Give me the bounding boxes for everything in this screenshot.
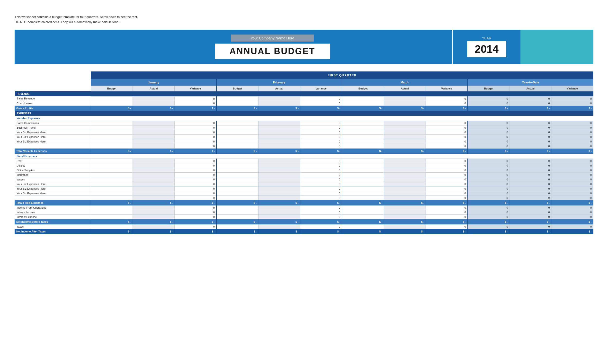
mar-cos-variance: 0 bbox=[426, 101, 468, 105]
mar-sr-budget[interactable] bbox=[342, 96, 384, 101]
fixed-expenses-header: Fixed Expenses bbox=[15, 154, 594, 158]
mar-nibt-budget: $ - bbox=[342, 219, 384, 224]
feb-tfe-actual: $ - bbox=[258, 200, 300, 205]
mar-niat-actual: $ - bbox=[384, 229, 426, 234]
ytd-cos-actual: 0 bbox=[509, 101, 551, 105]
jan-budget-header: Budget bbox=[91, 86, 133, 91]
mar-gp-variance: $ - bbox=[426, 105, 468, 111]
ytd-gp-actual: $ - bbox=[509, 105, 551, 111]
mar-header: March bbox=[342, 79, 467, 86]
jan-tfe-budget: $ - bbox=[91, 200, 133, 205]
taxes-row: Taxes 0 0 0 0 0 0 bbox=[15, 224, 594, 229]
jan-sc-budget[interactable] bbox=[91, 121, 133, 125]
var-biz-1-label[interactable]: Your Biz Expenses Here bbox=[15, 130, 91, 134]
jan-sr-budget[interactable] bbox=[91, 96, 133, 101]
var-biz-3-label[interactable]: Your Biz Expenses Here bbox=[15, 139, 91, 144]
feb-sr-budget[interactable] bbox=[217, 96, 258, 101]
ytd-budget-header: Budget bbox=[468, 86, 509, 91]
feb-cos-variance: 0 bbox=[300, 101, 342, 105]
office-supplies-label: Office Supplies bbox=[15, 168, 91, 172]
total-fixed-row: Total Fixed Expenses $ - $ - $ - $ - $ -… bbox=[15, 200, 594, 205]
mar-cos-budget[interactable] bbox=[342, 101, 384, 105]
feb-budget-header: Budget bbox=[217, 86, 258, 91]
company-name[interactable]: Your Company Name Here bbox=[231, 35, 314, 42]
feb-nibt-actual: $ - bbox=[258, 219, 300, 224]
ytd-gp-variance: $ - bbox=[551, 105, 593, 111]
jan-cos-variance: 0 bbox=[175, 101, 217, 105]
mar-sc-budget[interactable] bbox=[342, 121, 384, 125]
interest-income-row: Interest Income 0 0 0 0 0 0 bbox=[15, 210, 594, 214]
feb-gp-actual: $ - bbox=[258, 105, 300, 111]
mar-bt-budget[interactable] bbox=[342, 125, 384, 130]
ytd-tve-variance: $ - bbox=[551, 148, 593, 154]
feb-niat-budget: $ - bbox=[217, 229, 258, 234]
annual-budget-title: ANNUAL BUDGET bbox=[215, 43, 330, 59]
mar-tve-variance: $ - bbox=[426, 148, 468, 154]
ytd-sc-variance: 0 bbox=[551, 121, 593, 125]
ytd-sr-actual: 0 bbox=[509, 96, 551, 101]
jan-tve-variance: $ - bbox=[175, 148, 217, 154]
cost-of-sales-label: Cost of sales bbox=[15, 101, 91, 105]
variable-label: Variable Expenses bbox=[15, 116, 594, 121]
var-biz-2-label[interactable]: Your Biz Expenses Here bbox=[15, 134, 91, 139]
feb-sc-budget[interactable] bbox=[217, 121, 258, 125]
var-biz-3-row: Your Biz Expenses Here 0 0 0 0 0 0 bbox=[15, 139, 594, 144]
revenue-section-header: REVENUE bbox=[15, 91, 594, 96]
jan-bt-budget[interactable] bbox=[91, 125, 133, 130]
jan-gp-variance: $ - bbox=[175, 105, 217, 111]
jan-gp-budget: $ - bbox=[91, 105, 133, 111]
rent-label: Rent bbox=[15, 158, 91, 163]
revenue-label: REVENUE bbox=[15, 91, 594, 96]
total-variable-row: Total Variable Expenses $ - $ - $ - $ - … bbox=[15, 148, 594, 154]
mar-gp-budget: $ - bbox=[342, 105, 384, 111]
ytd-nibt-variance: $ - bbox=[551, 219, 593, 224]
feb-variance-header: Variance bbox=[300, 86, 342, 91]
business-travel-label: Business Travel bbox=[15, 125, 91, 130]
ytd-niat-variance: $ - bbox=[551, 229, 593, 234]
header-teal-block bbox=[520, 30, 594, 64]
ytd-actual-header: Actual bbox=[509, 86, 551, 91]
ytd-tfe-actual: $ - bbox=[509, 200, 551, 205]
fix-biz-1-label[interactable]: Your Biz Expenses Here bbox=[15, 182, 91, 186]
feb-cos-budget[interactable] bbox=[217, 101, 258, 105]
jan-bt-variance: 0 bbox=[175, 125, 217, 130]
instruction-line2: DO NOT complete colored cells. They will… bbox=[14, 20, 594, 25]
sales-revenue-row: Sales Revenue 0 0 0 0 0 0 bbox=[15, 96, 594, 101]
jan-tve-actual: $ - bbox=[133, 148, 175, 154]
wages-row: Wages 0 0 0 0 0 0 bbox=[15, 177, 594, 182]
ytd-nibt-actual: $ - bbox=[509, 219, 551, 224]
fix-biz-3-label[interactable]: Your Biz Expenses Here bbox=[15, 191, 91, 195]
mar-gp-actual: $ - bbox=[384, 105, 426, 111]
taxes-label: Taxes bbox=[15, 224, 91, 229]
year-label: YEAR bbox=[482, 36, 491, 40]
ytd-tve-actual: $ - bbox=[509, 148, 551, 154]
var-blank-row: 0 0 0 0 0 0 bbox=[15, 144, 594, 148]
jan-cos-budget[interactable] bbox=[91, 101, 133, 105]
ytd-bt-actual: 0 bbox=[509, 125, 551, 130]
net-after-taxes-row: Net Income After Taxes $ - $ - $ - $ - $… bbox=[15, 229, 594, 234]
jan-nibt-actual: $ - bbox=[133, 219, 175, 224]
ytd-nibt-budget: $ - bbox=[468, 219, 509, 224]
year-value[interactable]: 2014 bbox=[467, 41, 506, 57]
interest-expense-row: Interest Expense 0 0 0 0 0 0 bbox=[15, 214, 594, 219]
jan-bt-actual bbox=[133, 125, 175, 130]
wages-label: Wages bbox=[15, 177, 91, 182]
ytd-variance-header: Variance bbox=[551, 86, 593, 91]
mar-cos-actual bbox=[384, 101, 426, 105]
instructions: This worksheet contains a budget templat… bbox=[14, 14, 594, 25]
jan-nibt-budget: $ - bbox=[91, 219, 133, 224]
net-before-taxes-label: Net Income Before Taxes bbox=[15, 219, 91, 224]
variable-expenses-header: Variable Expenses bbox=[15, 116, 594, 121]
feb-bt-budget[interactable] bbox=[217, 125, 258, 130]
feb-sr-actual bbox=[258, 96, 300, 101]
feb-tve-actual: $ - bbox=[258, 148, 300, 154]
insurance-row: Insurance 0 0 0 0 0 0 bbox=[15, 172, 594, 177]
ytd-header: Year-to-Date bbox=[468, 79, 594, 86]
fix-biz-2-label[interactable]: Your Biz Expenses Here bbox=[15, 186, 91, 191]
utilities-label: Utilities bbox=[15, 163, 91, 168]
ytd-cos-budget: 0 bbox=[468, 101, 509, 105]
header-left-spacer bbox=[14, 30, 92, 64]
ytd-gp-budget: $ - bbox=[468, 105, 509, 111]
mar-niat-budget: $ - bbox=[342, 229, 384, 234]
mar-nibt-variance: $ - bbox=[426, 219, 468, 224]
